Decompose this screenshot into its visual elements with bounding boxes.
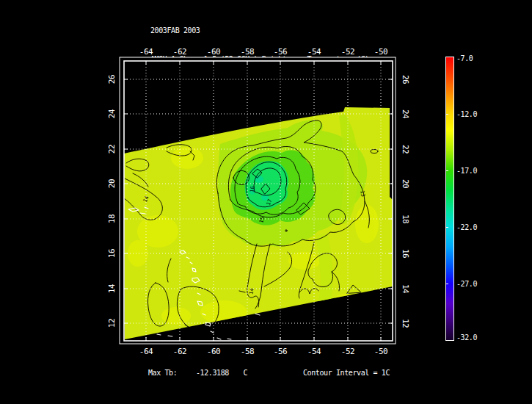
y-tick-label: 20 <box>401 179 410 188</box>
y-axis-right-labels: 26 24 22 20 18 16 14 12 <box>401 75 410 328</box>
colorbar-label: -12.0 <box>456 110 477 119</box>
x-tick-label: -60 <box>207 347 220 356</box>
colorbar <box>445 57 454 341</box>
y-tick-label: 22 <box>107 145 117 154</box>
colorbar-tick <box>445 170 448 171</box>
y-tick-label: 26 <box>401 75 410 84</box>
y-tick-label: 22 <box>401 145 410 154</box>
x-tick-label: -54 <box>307 47 321 57</box>
x-tick-label: -50 <box>374 47 387 57</box>
x-tick-label: -56 <box>274 347 287 356</box>
y-tick-label: 14 <box>107 284 117 293</box>
y-tick-label: 14 <box>401 284 410 294</box>
colorbar-label: -17.0 <box>456 167 477 176</box>
x-tick-label: -50 <box>374 347 387 356</box>
x-axis-top-labels: -64 -62 -60 -58 -56 -54 -52 -50 <box>139 47 387 57</box>
x-tick-label: -62 <box>173 347 186 356</box>
x-tick-label: -64 <box>139 347 153 356</box>
colorbar-label: -7.0 <box>456 54 473 63</box>
contour-label: 14 <box>248 288 255 295</box>
y-tick-label: 24 <box>107 109 117 118</box>
x-tick-label: -58 <box>241 47 254 57</box>
contour-label: 13 <box>359 190 365 198</box>
x-tick-label: -52 <box>341 47 354 57</box>
y-tick-label: 24 <box>401 109 410 119</box>
contour-label: 16 <box>249 186 255 193</box>
colorbar-tick <box>445 114 448 115</box>
y-axis-left-labels: 26 24 22 20 18 16 14 12 <box>107 75 117 328</box>
y-tick-label: 18 <box>107 214 117 223</box>
y-tick-label: 16 <box>401 249 410 258</box>
max-tb-readout: Max Tb: -12.3188 C <box>148 369 247 377</box>
x-tick-label: -54 <box>307 347 321 356</box>
max-tb-value: -12.3188 <box>196 369 229 377</box>
x-axis-bottom-labels: -64 -62 -60 -58 -56 -54 -52 -50 <box>139 347 387 356</box>
y-tick-label: 18 <box>401 214 410 223</box>
colorbar-label: -22.0 <box>456 223 477 232</box>
y-tick-label: 26 <box>107 75 117 84</box>
x-tick-label: -56 <box>274 47 287 57</box>
x-tick-label: -62 <box>173 47 186 57</box>
amsu-brightness-temperature-viewer: { "header": { "line1": "2003FAB 2003", "… <box>0 0 532 404</box>
colorbar-tick <box>445 284 448 284</box>
y-tick-label: 16 <box>107 249 117 258</box>
max-tb-unit: C <box>244 369 248 377</box>
contour-interval-readout: Contour Interval = 1C <box>303 369 390 377</box>
colorbar-label: -32.0 <box>456 333 477 342</box>
x-tick-label: -60 <box>207 47 220 57</box>
max-tb-label: Max Tb: <box>148 369 177 377</box>
x-tick-label: -52 <box>341 347 354 356</box>
y-tick-label: 20 <box>107 179 117 188</box>
x-tick-label: -58 <box>241 347 254 356</box>
colorbar-label: -27.0 <box>456 280 477 289</box>
y-tick-label: 12 <box>107 319 117 328</box>
y-tick-label: 12 <box>401 319 410 328</box>
x-tick-label: -64 <box>139 47 153 57</box>
colorbar-tick <box>445 227 448 228</box>
